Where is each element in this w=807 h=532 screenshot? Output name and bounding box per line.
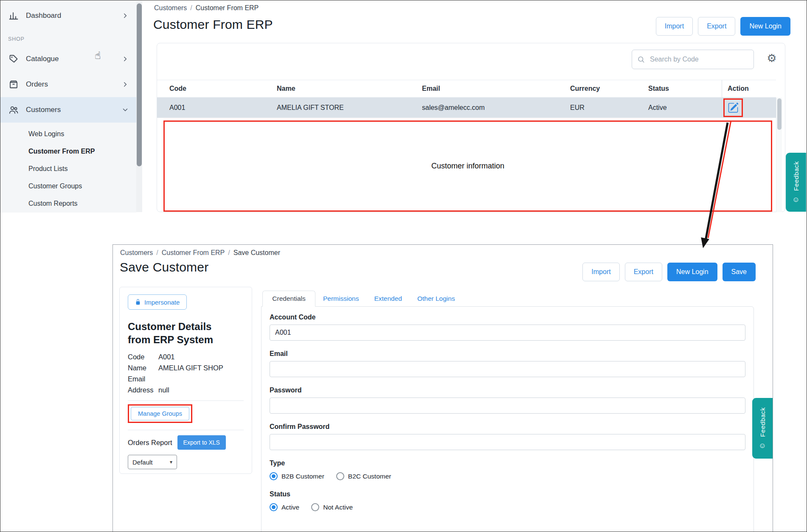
- b2b-radio[interactable]: [270, 472, 278, 480]
- not-active-radio-label[interactable]: Not Active: [323, 504, 353, 511]
- export-to-xls-button[interactable]: Export to XLS: [177, 435, 226, 450]
- breadcrumb-separator: /: [190, 4, 192, 12]
- impersonate-label: Impersonate: [144, 299, 180, 306]
- page-title: Save Customer: [120, 260, 208, 274]
- smiley-icon: ☺: [792, 196, 799, 203]
- not-active-radio[interactable]: [311, 503, 319, 511]
- tab-bar: Credentials Permissions Extended Other L…: [262, 291, 463, 307]
- feedback-tab[interactable]: Feedback ☺: [786, 153, 806, 212]
- import-button[interactable]: Import: [656, 17, 693, 36]
- report-select-value: Default: [132, 459, 153, 466]
- divider: [128, 400, 244, 401]
- detail-label: Email: [128, 373, 158, 384]
- report-type-select[interactable]: Default ▾: [128, 455, 177, 469]
- email-input[interactable]: [270, 361, 745, 377]
- active-radio[interactable]: [270, 503, 278, 511]
- sidebar-item-label: Dashboard: [26, 11, 61, 20]
- sidebar: Dashboard SHOP Catalogue Orders: [0, 0, 136, 213]
- breadcrumb-separator: /: [228, 249, 230, 257]
- sidebar-item-catalogue[interactable]: Catalogue: [0, 46, 136, 72]
- password-input[interactable]: [270, 398, 745, 414]
- customers-icon: [8, 104, 19, 115]
- breadcrumb-customer-from-erp[interactable]: Customer From ERP: [162, 249, 225, 257]
- screenshot-canvas: Dashboard SHOP Catalogue Orders: [0, 0, 807, 532]
- orders-icon: [8, 79, 19, 90]
- status-not-active-option[interactable]: Not Active: [311, 503, 353, 511]
- save-button[interactable]: Save: [723, 263, 756, 281]
- breadcrumb: Customers / Customer From ERP / Save Cus…: [120, 249, 280, 257]
- feedback-label: Feedback: [759, 407, 766, 437]
- sidebar-subitem-product-lists[interactable]: Product Lists: [0, 160, 136, 177]
- save-customer-screen: Customers / Customer From ERP / Save Cus…: [112, 244, 773, 532]
- account-code-input[interactable]: [270, 325, 745, 341]
- sidebar-subitem-customer-from-erp[interactable]: Customer From ERP: [0, 143, 136, 160]
- details-heading: Customer Details from ERP System: [128, 320, 235, 346]
- dashboard-icon: [8, 10, 19, 21]
- sidebar-subitem-web-logins[interactable]: Web Logins: [0, 125, 136, 143]
- tab-other-logins[interactable]: Other Logins: [410, 291, 463, 307]
- tab-extended[interactable]: Extended: [366, 291, 410, 307]
- tab-permissions[interactable]: Permissions: [315, 291, 366, 307]
- breadcrumb-customers[interactable]: Customers: [120, 249, 153, 257]
- breadcrumb-customers[interactable]: Customers: [154, 4, 187, 12]
- sidebar-subitem-customer-groups[interactable]: Customer Groups: [0, 177, 136, 195]
- sidebar-item-orders[interactable]: Orders: [0, 72, 136, 97]
- column-header-code: Code: [157, 85, 264, 92]
- lock-icon: [135, 299, 141, 305]
- tab-credentials[interactable]: Credentials: [262, 291, 315, 307]
- column-header-status: Status: [636, 85, 722, 92]
- row-action-cell: [722, 98, 776, 118]
- credentials-form: Account Code Email Password Confirm Pass…: [261, 306, 754, 532]
- status-label: Status: [270, 490, 745, 498]
- gear-icon[interactable]: ⚙: [764, 52, 779, 65]
- divider: [128, 430, 244, 430]
- email-label: Email: [270, 350, 745, 358]
- b2c-customer-option[interactable]: B2C Customer: [336, 472, 391, 480]
- export-button[interactable]: Export: [698, 17, 735, 36]
- b2b-customer-option[interactable]: B2B Customer: [270, 472, 324, 480]
- new-login-button[interactable]: New Login: [667, 263, 717, 281]
- active-radio-label[interactable]: Active: [281, 504, 299, 511]
- manage-groups-button[interactable]: Manage Groups: [131, 407, 189, 420]
- password-label: Password: [270, 386, 745, 394]
- sidebar-scrollbar-thumb[interactable]: [137, 3, 142, 166]
- status-active-option[interactable]: Active: [270, 503, 299, 511]
- manage-groups-annotation-highlight: Manage Groups: [128, 404, 192, 423]
- confirm-password-label: Confirm Password: [270, 423, 745, 431]
- b2c-radio-label[interactable]: B2C Customer: [348, 473, 391, 480]
- caret-down-icon: ▾: [170, 459, 172, 465]
- sidebar-item-dashboard[interactable]: Dashboard: [0, 4, 136, 28]
- search-input[interactable]: [649, 55, 748, 64]
- feedback-tab[interactable]: Feedback ☺: [752, 398, 773, 459]
- mouse-cursor-icon: ☝: [95, 50, 101, 62]
- edit-icon[interactable]: [728, 102, 739, 113]
- customers-submenu: Web Logins Customer From ERP Product Lis…: [0, 125, 136, 212]
- table-row[interactable]: A001 AMELIA GIFT STORE sales@amelecc.com…: [157, 98, 776, 118]
- new-login-button[interactable]: New Login: [740, 17, 790, 36]
- table-scrollbar-thumb[interactable]: [777, 98, 782, 130]
- detail-value: AMELIA GIFT SHOP: [158, 362, 223, 373]
- sidebar-scrollbar[interactable]: [136, 1, 142, 212]
- search-box: [632, 50, 754, 69]
- row-code: A001: [157, 104, 264, 112]
- sidebar-subitem-custom-reports[interactable]: Custom Reports: [0, 195, 136, 212]
- impersonate-button[interactable]: Impersonate: [128, 294, 187, 310]
- column-header-currency: Currency: [558, 85, 636, 92]
- column-header-email: Email: [410, 85, 558, 92]
- b2b-radio-label[interactable]: B2B Customer: [281, 473, 324, 480]
- detail-label: Name: [128, 362, 158, 373]
- b2c-radio[interactable]: [336, 472, 344, 480]
- table-scrollbar[interactable]: [776, 98, 782, 212]
- detail-row-code: Code A001: [128, 351, 244, 362]
- export-button[interactable]: Export: [625, 263, 662, 281]
- confirm-password-input[interactable]: [270, 434, 745, 450]
- breadcrumb-save-customer: Save Customer: [233, 249, 280, 257]
- annotation-label: Customer information: [431, 162, 504, 171]
- page-actions: Import Export New Login Save: [582, 263, 756, 281]
- customer-table-card: ⚙ Code Name Email Currency Status Action…: [157, 43, 785, 212]
- import-button[interactable]: Import: [582, 263, 619, 281]
- sidebar-item-label: Orders: [26, 80, 48, 89]
- detail-row-address: Address null: [128, 384, 244, 395]
- sidebar-item-customers[interactable]: Customers: [0, 97, 136, 123]
- detail-row-name: Name AMELIA GIFT SHOP: [128, 362, 244, 373]
